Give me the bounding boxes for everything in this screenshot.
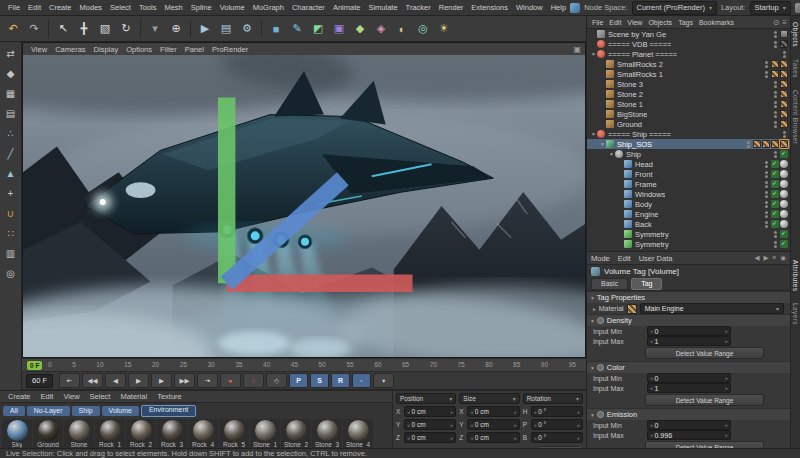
object-row-ship[interactable]: ▾Ship <box>587 149 790 159</box>
volume-object-icon[interactable] <box>606 140 614 148</box>
visibility-dot-editor[interactable] <box>774 81 777 84</box>
object-row-back[interactable]: Back <box>587 219 790 229</box>
move-icon[interactable]: ╋ <box>74 19 94 39</box>
tex-tag-chip[interactable] <box>780 90 788 98</box>
section-header-emission[interactable]: ▾Emission <box>587 408 790 420</box>
mesh-object-icon[interactable] <box>606 70 614 78</box>
object-row-windows[interactable]: Windows <box>587 189 790 199</box>
object-row-ground[interactable]: Ground <box>587 119 790 129</box>
am-menu-mode[interactable]: Mode <box>591 254 610 263</box>
null-red-object-icon[interactable] <box>597 130 605 138</box>
am-menu-user-data[interactable]: User Data <box>639 254 673 263</box>
menu-simulate[interactable]: Simulate <box>364 3 401 12</box>
visibility-dot-editor[interactable] <box>765 161 768 164</box>
check-tag-chip[interactable] <box>771 170 779 178</box>
phong-tag-chip[interactable] <box>780 220 788 228</box>
object-row-planet[interactable]: ▾===== Planet ===== <box>587 49 790 59</box>
next-key-button[interactable]: ▶▶ <box>174 373 195 388</box>
deformer-icon[interactable]: ◈ <box>371 19 391 39</box>
record-position-toggle[interactable]: P <box>289 373 308 388</box>
phong-tag-chip[interactable] <box>780 190 788 198</box>
object-label[interactable]: Ship_SOS <box>617 140 652 149</box>
visibility-dot-editor[interactable] <box>774 121 777 124</box>
rotate-icon[interactable]: ↻ <box>116 19 136 39</box>
enable-axis-icon[interactable]: + <box>2 184 20 202</box>
material-rock-3[interactable]: Rock_3 <box>157 419 187 449</box>
current-frame-field[interactable]: 60 F <box>26 374 53 388</box>
render-picture-viewer-icon[interactable]: ▤ <box>216 19 236 39</box>
check-tag-chip[interactable] <box>771 220 779 228</box>
section-enable-icon[interactable] <box>597 317 604 324</box>
coordinate-field[interactable]: 0 ° <box>531 419 583 430</box>
symmetry-object-icon[interactable] <box>624 230 632 238</box>
object-label[interactable]: Symmetry <box>635 230 669 239</box>
object-label[interactable]: Stone 2 <box>617 90 643 99</box>
snap-icon[interactable]: ∪ <box>2 204 20 222</box>
menu-help[interactable]: Help <box>547 3 570 12</box>
visibility-dot-render[interactable] <box>765 175 768 178</box>
mesh-object-icon[interactable] <box>606 100 614 108</box>
material-stone[interactable]: Stone <box>64 419 94 449</box>
visibility-dot-editor[interactable] <box>774 41 777 44</box>
primitive-cube-icon[interactable]: ■ <box>266 19 286 39</box>
layer-filter-all[interactable]: All <box>3 406 25 416</box>
visibility-dot-render[interactable] <box>765 185 768 188</box>
coordinate-field[interactable]: 0 cm <box>404 419 456 430</box>
visibility-dot-editor[interactable] <box>765 71 768 74</box>
viewport-menu-view[interactable]: View <box>27 45 51 54</box>
menu-modes[interactable]: Modes <box>76 3 107 12</box>
node-space-select[interactable]: Current (ProRender) ▾ <box>632 1 717 15</box>
lock-icon[interactable]: ◉ <box>780 254 786 262</box>
tex-tag-chip[interactable] <box>780 80 788 88</box>
connect-object-icon[interactable] <box>624 220 632 228</box>
edges-mode-icon[interactable]: ╱ <box>2 144 20 162</box>
viewport-menu-filter[interactable]: Filter <box>156 45 181 54</box>
spline-pen-icon[interactable]: ✎ <box>287 19 307 39</box>
menu-window[interactable]: Window <box>512 3 547 12</box>
symmetry-object-icon[interactable] <box>624 240 632 248</box>
null-object-icon[interactable] <box>615 150 623 158</box>
attribute-tab-basic[interactable]: Basic <box>591 278 628 290</box>
visibility-dot-render[interactable] <box>774 125 777 128</box>
visibility-dot-editor[interactable] <box>774 111 777 114</box>
expand-arrow-icon[interactable]: ▾ <box>608 151 615 157</box>
coordinate-field[interactable]: 0 ° <box>531 406 583 417</box>
object-label[interactable]: Scene by Yan Ge <box>608 30 666 39</box>
mesh-object-icon[interactable] <box>606 80 614 88</box>
tag-properties-header[interactable]: ▾Tag Properties <box>587 291 790 303</box>
visibility-dot-editor[interactable] <box>783 131 786 134</box>
am-menu-edit[interactable]: Edit <box>618 254 631 263</box>
object-row-bigstone[interactable]: BigStone <box>587 109 790 119</box>
detect-value-range-button[interactable]: Detect Value Range <box>645 347 764 359</box>
visibility-dot-render[interactable] <box>774 85 777 88</box>
parameter-field[interactable]: 0.996 <box>647 430 731 440</box>
record-scale-toggle[interactable]: S <box>310 373 329 388</box>
mesh-object-icon[interactable] <box>606 90 614 98</box>
object-label[interactable]: SmallRocks 1 <box>617 70 663 79</box>
material-menu-edit[interactable]: Edit <box>37 392 58 401</box>
null-red-object-icon[interactable] <box>597 50 605 58</box>
visibility-dot-render[interactable] <box>774 155 777 158</box>
visibility-dot-render[interactable] <box>774 45 777 48</box>
object-row-head[interactable]: Head <box>587 159 790 169</box>
mograph-cloner-icon[interactable]: ◆ <box>350 19 370 39</box>
object-row-symmetry[interactable]: Symmetry <box>587 229 790 239</box>
section-header-color[interactable]: ▾Color <box>587 361 790 373</box>
live-selection-icon[interactable]: ↖ <box>53 19 73 39</box>
object-label[interactable]: Frame <box>635 180 657 189</box>
coordinate-system-icon[interactable]: ⊕ <box>166 19 186 39</box>
visibility-dot-editor[interactable] <box>774 101 777 104</box>
visibility-dot-render[interactable] <box>774 95 777 98</box>
mesh-object-icon[interactable] <box>606 110 614 118</box>
tex-tag-chip[interactable] <box>753 140 761 148</box>
parameter-field[interactable]: 1 <box>647 383 731 393</box>
expand-arrow-icon[interactable]: ▾ <box>590 51 597 57</box>
phong-tag-chip[interactable] <box>780 210 788 218</box>
light-icon[interactable]: ☀ <box>434 19 454 39</box>
visibility-dot-editor[interactable] <box>765 221 768 224</box>
object-label[interactable]: Stone 1 <box>617 100 643 109</box>
camera-icon[interactable]: ◎ <box>413 19 433 39</box>
workplane-mode-icon[interactable]: ▤ <box>2 104 20 122</box>
connect-object-icon[interactable] <box>624 170 632 178</box>
object-row-vdb[interactable]: ===== VDB ===== <box>587 39 790 49</box>
